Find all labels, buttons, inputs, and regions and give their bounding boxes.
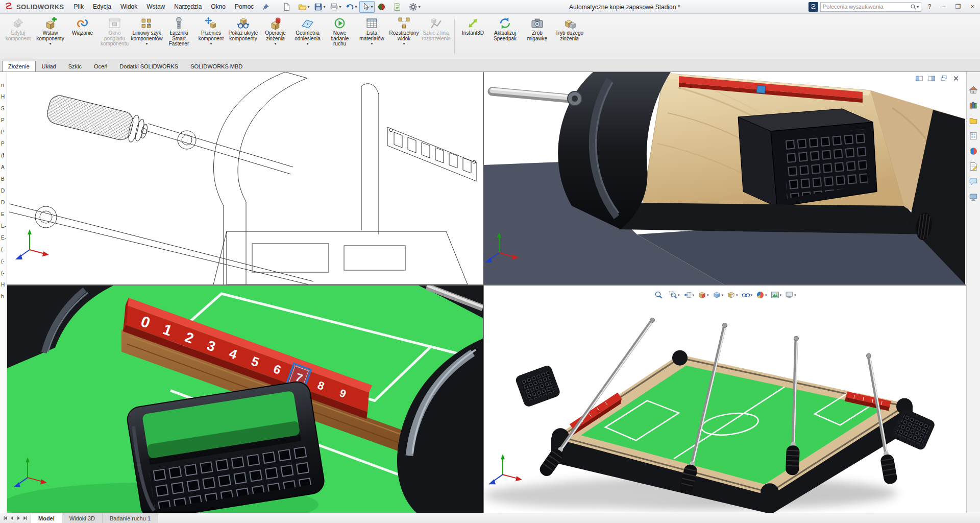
- viewport-window-control[interactable]: [927, 75, 936, 84]
- full-table-canvas[interactable]: [484, 286, 966, 513]
- dropdown-caret-icon[interactable]: ▾: [49, 41, 51, 46]
- feature-tree-item-fragment[interactable]: A: [1, 164, 7, 170]
- dropdown-caret-icon[interactable]: ▾: [751, 293, 753, 297]
- feature-tree-item-fragment[interactable]: P: [1, 141, 7, 147]
- status-tab[interactable]: Badanie ruchu 1: [103, 513, 158, 523]
- viewport-bottom-right[interactable]: ▾ ▾ ▾ ▾: [484, 286, 966, 513]
- feature-tree-item-fragment[interactable]: n: [1, 82, 7, 88]
- menu-item[interactable]: Okno: [206, 0, 230, 13]
- feature-tree-item-fragment[interactable]: (f: [1, 153, 7, 158]
- heads-up-button[interactable]: ▾: [711, 290, 724, 300]
- dropdown-caret-icon[interactable]: ▾: [780, 293, 782, 297]
- feature-tree-item-fragment[interactable]: P: [1, 117, 7, 123]
- dropdown-caret-icon[interactable]: ▾: [403, 41, 405, 46]
- ribbon-button[interactable]: Aktualizuj Speedpak ▾: [489, 15, 521, 59]
- dropdown-caret-icon[interactable]: ▾: [339, 5, 341, 9]
- feature-manager-collapsed-tree[interactable]: nHSPPP(fABDDEE-E-(-(-(-Hh: [0, 72, 7, 513]
- viewport-top-right[interactable]: [484, 72, 966, 284]
- dropdown-caret-icon[interactable]: ▾: [371, 5, 373, 9]
- task-pane-tab[interactable]: [969, 162, 978, 173]
- task-pane-tab[interactable]: [969, 85, 978, 96]
- dropdown-caret-icon[interactable]: ▾: [210, 41, 212, 46]
- feature-tree-item-fragment[interactable]: (-: [1, 270, 7, 276]
- status-tab[interactable]: Model: [31, 513, 62, 523]
- ribbon-button[interactable]: Łączniki Smart Fastener ▾: [163, 15, 195, 59]
- last-tab-icon[interactable]: [22, 515, 28, 521]
- task-pane-tab[interactable]: [969, 131, 978, 142]
- heads-up-button[interactable]: ▾: [682, 290, 695, 300]
- close-button[interactable]: ×: [966, 2, 978, 12]
- ribbon-button[interactable]: Okno podglądu komponentu ▾: [99, 15, 131, 59]
- wireframe-view-canvas[interactable]: [7, 72, 483, 284]
- score-rail-canvas[interactable]: 0 1 2 3 4 5 6 7 8 9: [7, 286, 483, 513]
- dropdown-caret-icon[interactable]: ▾: [678, 293, 680, 297]
- dropdown-caret-icon[interactable]: ▾: [323, 5, 325, 9]
- feature-tree-item-fragment[interactable]: h: [1, 294, 7, 299]
- heads-up-button[interactable]: ▾: [755, 290, 768, 300]
- maximize-button[interactable]: ❐: [952, 2, 964, 12]
- feature-tree-item-fragment[interactable]: H: [1, 282, 7, 288]
- command-tab[interactable]: Szkic: [62, 61, 88, 72]
- feature-tree-item-fragment[interactable]: B: [1, 176, 7, 182]
- menu-item[interactable]: Widok: [116, 0, 142, 13]
- task-pane-tab[interactable]: [969, 101, 978, 111]
- ribbon-button[interactable]: Pokaż ukryte komponenty ▾: [227, 15, 259, 59]
- feature-tree-item-fragment[interactable]: E: [1, 211, 7, 217]
- dropdown-caret-icon[interactable]: ▾: [307, 5, 309, 9]
- status-tab[interactable]: Widoki 3D: [62, 513, 103, 523]
- quick-toolbar-button[interactable]: ▾: [344, 1, 359, 13]
- dropdown-caret-icon[interactable]: ▾: [418, 5, 420, 9]
- dropdown-caret-icon[interactable]: ▾: [707, 293, 709, 297]
- search-input[interactable]: [823, 4, 910, 10]
- shaded-corner-canvas[interactable]: [484, 72, 966, 284]
- viewport-splitter-vertical[interactable]: [483, 72, 484, 513]
- heads-up-button[interactable]: ▾: [770, 290, 783, 300]
- ribbon-button[interactable]: Szkic z linią rozstrzelenia ▾: [420, 15, 452, 59]
- feature-tree-item-fragment[interactable]: H: [1, 94, 7, 100]
- feature-tree-item-fragment[interactable]: (-: [1, 258, 7, 264]
- task-pane-tab[interactable]: [969, 116, 978, 127]
- ribbon-button[interactable]: Rozstrzelony widok ▾: [388, 15, 420, 59]
- command-tab[interactable]: SOLIDWORKS MBD: [184, 61, 249, 72]
- heads-up-button[interactable]: ▾: [653, 290, 666, 300]
- quick-toolbar-button[interactable]: ▾: [375, 1, 390, 13]
- ribbon-button[interactable]: Instant3D ▾: [457, 15, 489, 59]
- quick-toolbar-button[interactable]: ▾: [359, 1, 375, 13]
- viewport-top-left[interactable]: [7, 72, 483, 284]
- ribbon-button[interactable]: Nowe badanie ruchu ▾: [324, 15, 356, 59]
- viewport-window-control[interactable]: [915, 75, 923, 84]
- heads-up-button[interactable]: ▾: [726, 290, 739, 300]
- menu-item[interactable]: Wstaw: [142, 0, 169, 13]
- ribbon-button[interactable]: Wstaw komponenty ▾: [34, 15, 66, 59]
- viewport-window-control[interactable]: [952, 75, 960, 84]
- viewport-window-control[interactable]: [940, 75, 948, 84]
- task-pane-tab[interactable]: [969, 193, 978, 203]
- quick-toolbar-button[interactable]: ▾: [328, 1, 343, 13]
- quick-toolbar-button[interactable]: ▾: [280, 1, 296, 13]
- feature-tree-item-fragment[interactable]: D: [1, 188, 7, 194]
- dropdown-caret-icon[interactable]: ▾: [692, 293, 694, 297]
- dropdown-caret-icon[interactable]: ▾: [306, 41, 308, 46]
- ribbon-button[interactable]: Operacje złożenia ▾: [259, 15, 291, 59]
- dropdown-caret-icon[interactable]: ▾: [794, 293, 796, 297]
- ribbon-button[interactable]: Geometria odniesienia ▾: [291, 15, 324, 59]
- dropdown-caret-icon[interactable]: ▾: [274, 41, 276, 46]
- command-tab[interactable]: Złożenie: [2, 61, 36, 72]
- feature-tree-item-fragment[interactable]: E-: [1, 223, 7, 229]
- dropdown-caret-icon[interactable]: ▾: [145, 41, 148, 46]
- dropdown-caret-icon[interactable]: ▾: [355, 5, 357, 9]
- first-tab-icon[interactable]: [3, 515, 8, 521]
- dropdown-caret-icon[interactable]: ▾: [736, 293, 738, 297]
- ribbon-button[interactable]: Liniowy szyk komponentów ▾: [131, 15, 163, 59]
- dropdown-caret-icon[interactable]: ▾: [721, 293, 723, 297]
- feature-tree-item-fragment[interactable]: D: [1, 200, 7, 205]
- search-icon[interactable]: [910, 4, 917, 10]
- feature-tree-item-fragment[interactable]: P: [1, 129, 7, 135]
- pin-toolbar-button[interactable]: [262, 3, 270, 11]
- ribbon-button[interactable]: Edytuj komponent ▾: [2, 15, 34, 59]
- ribbon-button[interactable]: Przenieś komponent ▾: [195, 15, 227, 59]
- menu-item[interactable]: Narzędzia: [169, 0, 206, 13]
- ribbon-button[interactable]: Tryb dużego złożenia ▾: [553, 15, 585, 59]
- task-pane-tab[interactable]: [969, 177, 978, 188]
- heads-up-button[interactable]: ▾: [741, 290, 754, 300]
